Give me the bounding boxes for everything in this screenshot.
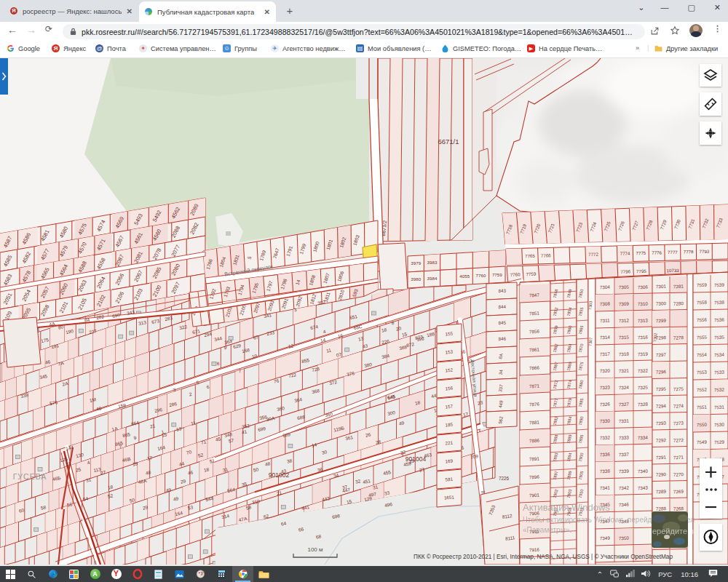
svg-text:7269: 7269: [673, 489, 684, 495]
svg-text:7330: 7330: [600, 418, 611, 424]
svg-text:7317: 7317: [600, 351, 611, 357]
svg-text:10733: 10733: [666, 268, 679, 273]
svg-text:7341: 7341: [600, 485, 611, 491]
svg-text:7315: 7315: [619, 335, 630, 340]
svg-text:7533: 7533: [714, 370, 725, 375]
svg-text:7549: 7549: [697, 439, 708, 445]
svg-text:7319: 7319: [638, 351, 649, 357]
svg-text:7327: 7327: [619, 402, 630, 407]
svg-text:7322: 7322: [638, 368, 649, 374]
svg-text:7226: 7226: [499, 476, 510, 481]
svg-text:7891: 7891: [529, 456, 540, 462]
svg-text:7304: 7304: [600, 284, 611, 290]
svg-text:Активация Windows: Активация Windows: [523, 502, 610, 513]
svg-text:7290: 7290: [656, 471, 667, 477]
svg-text:7766: 7766: [541, 252, 552, 258]
svg-text:7886: 7886: [529, 438, 540, 444]
svg-text:7796: 7796: [620, 268, 631, 274]
svg-text:7856: 7856: [529, 329, 540, 335]
svg-text:7759: 7759: [526, 271, 537, 277]
svg-text:7851: 7851: [529, 311, 540, 316]
svg-text:7328: 7328: [638, 402, 649, 407]
svg-text:7760: 7760: [476, 273, 486, 278]
svg-text:7555: 7555: [697, 335, 708, 340]
svg-text:«Параметры».: «Параметры».: [523, 526, 571, 534]
svg-text:7288: 7288: [656, 506, 667, 511]
svg-text:7558: 7558: [697, 300, 708, 306]
svg-text:7847: 7847: [529, 292, 540, 298]
svg-text:7331: 7331: [619, 418, 630, 424]
svg-text:7313: 7313: [638, 318, 649, 324]
svg-text:7299: 7299: [656, 318, 667, 324]
svg-text:185: 185: [445, 422, 453, 428]
svg-text:7309: 7309: [619, 301, 630, 307]
svg-text:7765: 7765: [525, 253, 536, 259]
svg-text:7325: 7325: [638, 385, 649, 391]
svg-text:153: 153: [445, 349, 453, 355]
svg-text:7338: 7338: [600, 469, 611, 474]
svg-text:7293: 7293: [656, 420, 667, 426]
svg-text:7876: 7876: [529, 402, 540, 407]
svg-text:3980: 3980: [411, 276, 421, 282]
svg-text:7271: 7271: [673, 455, 684, 461]
svg-text:7778: 7778: [684, 249, 694, 254]
svg-text:155: 155: [445, 331, 453, 337]
svg-text:7311: 7311: [600, 318, 610, 324]
svg-text:7323: 7323: [600, 385, 611, 391]
svg-text:7556: 7556: [697, 317, 708, 323]
svg-text:7552: 7552: [697, 387, 708, 393]
svg-text:156: 156: [445, 386, 453, 391]
svg-text:7316: 7316: [638, 335, 649, 340]
svg-text:7916: 7916: [529, 547, 540, 553]
svg-text:7340: 7340: [638, 469, 649, 474]
svg-text:7866: 7866: [529, 365, 540, 371]
svg-text:7774: 7774: [620, 251, 630, 256]
svg-text:7772: 7772: [588, 252, 599, 257]
svg-text:7861: 7861: [529, 347, 540, 353]
svg-text:7326: 7326: [600, 402, 611, 407]
svg-text:7321: 7321: [619, 368, 630, 374]
svg-text:7775: 7775: [636, 250, 646, 255]
svg-text:7530: 7530: [714, 422, 725, 428]
svg-text:7777: 7777: [668, 250, 678, 255]
svg-text:221: 221: [445, 440, 453, 446]
svg-text:7334: 7334: [638, 435, 649, 441]
svg-text:7273: 7273: [673, 420, 684, 426]
svg-text:7535: 7535: [714, 335, 725, 340]
svg-text:ерейдите в: ерейдите в: [652, 527, 694, 535]
svg-text:7776: 7776: [652, 250, 662, 255]
svg-text:7550: 7550: [697, 422, 708, 428]
svg-text:7278: 7278: [673, 335, 684, 340]
svg-text:7554: 7554: [697, 352, 708, 358]
svg-text:7295: 7295: [656, 386, 667, 392]
svg-text:7318: 7318: [619, 351, 630, 357]
svg-text:7760: 7760: [510, 271, 521, 277]
svg-text:ПКК © Росреестр 2010-2021 | Es: ПКК © Росреестр 2010-2021 | Esri, Interm…: [414, 554, 673, 560]
svg-text:581: 581: [445, 477, 453, 482]
svg-text:7342: 7342: [619, 485, 630, 491]
svg-text:7759: 7759: [492, 272, 502, 277]
svg-text:7336: 7336: [600, 452, 611, 458]
svg-text:7307: 7307: [587, 337, 593, 346]
svg-text:846: 846: [498, 336, 506, 342]
svg-text:7301: 7301: [656, 284, 667, 290]
svg-text:7274: 7274: [673, 403, 684, 409]
svg-text:7332: 7332: [600, 435, 611, 441]
svg-text:3979: 3979: [411, 260, 421, 266]
svg-text:6671/1: 6671/1: [438, 137, 459, 146]
svg-text:7305: 7305: [619, 284, 630, 290]
svg-text:7300: 7300: [656, 300, 667, 306]
svg-text:7296: 7296: [656, 369, 667, 375]
svg-text:7308: 7308: [600, 301, 611, 307]
svg-text:7536: 7536: [714, 317, 725, 323]
svg-text:7270: 7270: [673, 471, 684, 477]
svg-text:3984: 3984: [427, 276, 438, 281]
svg-text:4055: 4055: [459, 274, 470, 279]
svg-text:7896: 7896: [529, 474, 540, 480]
svg-text:1651: 1651: [444, 494, 455, 500]
svg-text:7529: 7529: [714, 439, 725, 445]
svg-text:7302: 7302: [652, 332, 657, 342]
svg-text:7551: 7551: [697, 404, 708, 410]
svg-text:ГУСЕВА: ГУСЕВА: [13, 472, 47, 481]
svg-text:7275: 7275: [673, 386, 684, 392]
